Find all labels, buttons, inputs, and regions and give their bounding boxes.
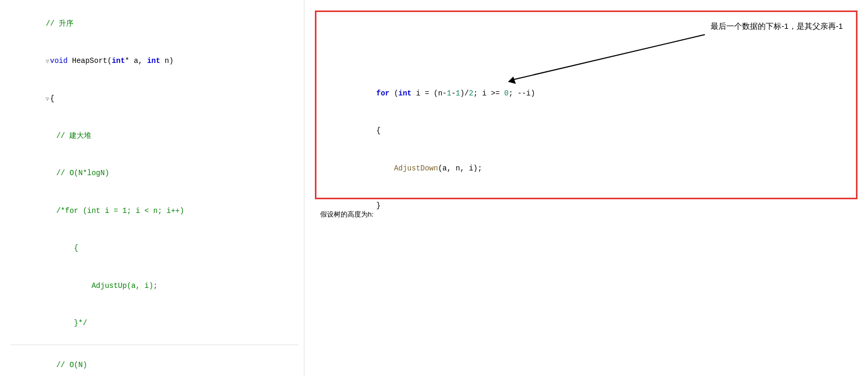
comment-inner-open: { xyxy=(56,244,78,252)
brace-open: { xyxy=(50,94,54,103)
comment-build: // 建大堆 xyxy=(56,132,91,140)
ann-brace1: { xyxy=(332,112,840,149)
tree-label: 假设树的高度为h: xyxy=(320,210,374,219)
annotation-code: for (int i = (n-1-1)/2; i >= 0; --i) { A… xyxy=(332,75,840,225)
ann-adjustdown: AdjustDown(a, n, i); xyxy=(332,150,840,187)
code-line-comment1: // 升序 xyxy=(10,5,299,42)
int-kw2: int xyxy=(147,57,160,65)
annotation-label: 最后一个数据的下标-1，是其父亲再-1 xyxy=(711,22,843,30)
code-line-comment-on2: // O(N) xyxy=(10,347,299,376)
annotation-arrow-line xyxy=(511,35,705,80)
func-name: HeapSort( xyxy=(72,57,112,65)
ann-num4: 0 xyxy=(504,89,509,98)
ann-for-content: i = (n- xyxy=(411,89,447,98)
comment-for: /*for (int i = 1; i < n; i++) xyxy=(56,207,184,215)
trees-area xyxy=(315,220,863,376)
annotation-arrow-svg xyxy=(448,25,710,88)
void-kw: void xyxy=(50,57,72,65)
comment-adjust-up: AdjustUp(a, i); xyxy=(56,282,157,290)
func-args2: n) xyxy=(160,57,173,65)
code-line-comment-build: // 建大堆 xyxy=(10,117,299,155)
code-content: // 升序 ▽void HeapSort(int* a, int n) ▽{ /… xyxy=(0,5,304,376)
ann-num1: 1 xyxy=(447,89,451,98)
ann-for-content3: )/ xyxy=(460,89,469,98)
comment-on2: // O(N) xyxy=(56,361,87,369)
code-panel: // 升序 ▽void HeapSort(int* a, int n) ▽{ /… xyxy=(0,0,304,376)
code-line-comment-for: /*for (int i = 1; i < n; i++) xyxy=(10,192,299,230)
func-args: * a, xyxy=(125,57,147,65)
divider1 xyxy=(10,345,299,345)
code-line-adjust-up: AdjustUp(a, i); xyxy=(10,267,299,305)
code-line-func: ▽void HeapSort(int* a, int n) xyxy=(10,42,299,80)
annotation-label-container: 最后一个数据的下标-1，是其父亲再-1 xyxy=(711,22,843,31)
comment-shengxu: // 升序 xyxy=(46,19,73,28)
ann-for-content5: ; --i) xyxy=(509,89,535,98)
ann-for-content4: ; i >= xyxy=(473,89,504,98)
code-line-inner-open: { xyxy=(10,230,299,267)
annotation-arrowhead xyxy=(508,77,516,84)
collapse-arrow-1: ▽ xyxy=(46,59,49,65)
ann-for-kw: for xyxy=(376,89,394,98)
ann-brace-close: } xyxy=(376,201,380,210)
code-line-close-comment: }*/ xyxy=(10,305,299,342)
ann-adjustdown-args: (a, n, i); xyxy=(438,164,482,173)
comment-close: }*/ xyxy=(56,319,87,327)
ann-num2: 1 xyxy=(456,89,460,98)
bottom-section: 假设树的高度为h: xyxy=(315,210,863,376)
collapse-arrow-2: ▽ xyxy=(46,96,49,102)
right-panel: 最后一个数据的下标-1，是其父亲再-1 for (int i = (n-1-1)… xyxy=(304,0,868,376)
ann-num3: 2 xyxy=(469,89,473,98)
ann-int-kw: int xyxy=(398,89,411,98)
main-container: // 升序 ▽void HeapSort(int* a, int n) ▽{ /… xyxy=(0,0,868,376)
int-kw1: int xyxy=(112,57,125,65)
ann-for-paren: ( xyxy=(394,89,398,98)
ann-adjustdown-fn: AdjustDown xyxy=(394,164,438,173)
comment-on1: // O(N*logN) xyxy=(56,169,109,177)
code-line-comment-on1: // O(N*logN) xyxy=(10,155,299,192)
ann-adjust-indent xyxy=(376,164,394,173)
ann-brace-open: { xyxy=(376,126,380,135)
code-line-brace1: ▽{ xyxy=(10,80,299,117)
annotation-box: 最后一个数据的下标-1，是其父亲再-1 for (int i = (n-1-1)… xyxy=(315,10,858,199)
